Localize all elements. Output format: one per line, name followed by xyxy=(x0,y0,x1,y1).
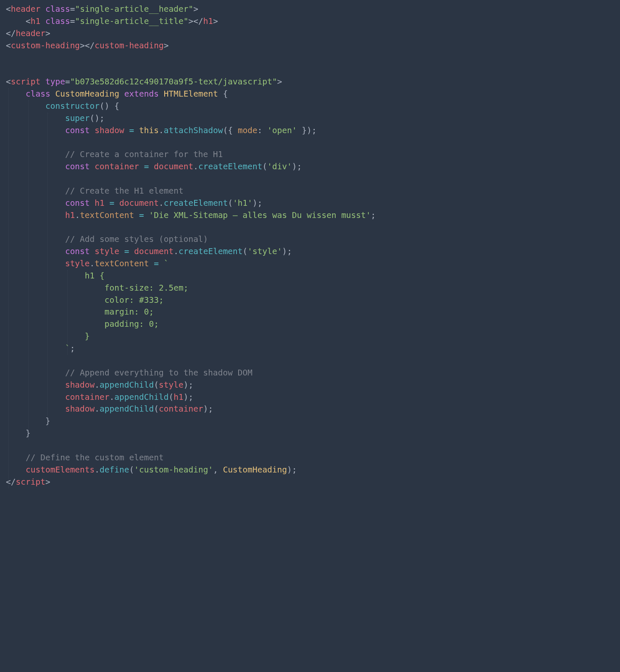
code-line[interactable]: } xyxy=(6,428,614,440)
code-token: // Define the custom element xyxy=(26,453,164,462)
code-token xyxy=(6,392,65,402)
code-line[interactable]: <script type="b073e582d6c12c490170a9f5-t… xyxy=(6,76,614,88)
code-token xyxy=(218,465,223,475)
code-token xyxy=(159,89,164,99)
code-line[interactable]: shadow.appendChild(container); xyxy=(6,403,614,415)
code-token xyxy=(90,162,95,171)
code-token: textContent xyxy=(80,210,134,220)
code-token xyxy=(6,247,65,256)
code-token xyxy=(119,89,124,99)
code-token xyxy=(6,186,65,196)
code-line[interactable] xyxy=(6,173,614,185)
code-token xyxy=(114,198,119,208)
code-token: } xyxy=(26,428,31,438)
code-line[interactable]: const style = document.createElement('st… xyxy=(6,246,614,258)
code-line[interactable]: font-size: 2.5em; xyxy=(6,282,614,294)
code-line[interactable]: h1.textContent = 'Die XML-Sitemap – alle… xyxy=(6,210,614,222)
code-token xyxy=(40,4,45,14)
code-token: // Create a container for the H1 xyxy=(65,150,223,159)
code-line[interactable]: // Define the custom element xyxy=(6,452,614,464)
code-token: ( xyxy=(263,162,268,171)
code-line[interactable]: `; xyxy=(6,343,614,355)
code-line[interactable]: // Create a container for the H1 xyxy=(6,149,614,161)
code-line[interactable]: super(); xyxy=(6,113,614,125)
code-token: </ xyxy=(193,16,203,26)
code-line[interactable]: <header class="single-article__header"> xyxy=(6,3,614,16)
code-line[interactable]: </script> xyxy=(6,476,614,488)
code-line[interactable]: // Create the H1 element xyxy=(6,185,614,197)
code-token xyxy=(218,89,223,99)
code-token: = xyxy=(144,162,149,171)
code-token: createElement xyxy=(179,247,243,256)
code-line[interactable]: class CustomHeading extends HTMLElement … xyxy=(6,88,614,100)
code-line[interactable]: h1 { xyxy=(6,270,614,282)
code-line[interactable]: color: #333; xyxy=(6,294,614,307)
code-token: ); xyxy=(292,162,302,171)
code-token: custom-heading xyxy=(95,41,163,50)
code-editor[interactable]: <header class="single-article__header"> … xyxy=(0,0,620,494)
code-token: define xyxy=(100,465,129,475)
code-token: : xyxy=(257,126,263,135)
code-line[interactable] xyxy=(6,64,614,76)
code-token: = xyxy=(70,4,75,14)
code-token: class xyxy=(45,4,70,14)
code-token: style xyxy=(95,247,119,256)
code-token: = xyxy=(124,247,129,256)
code-line[interactable]: const shadow = this.attachShadow({ mode:… xyxy=(6,125,614,137)
code-token: container xyxy=(159,404,203,414)
code-token: HTMLElement xyxy=(164,89,218,99)
code-line[interactable]: // Append everything to the shadow DOM xyxy=(6,367,614,379)
code-token xyxy=(6,416,45,426)
code-line[interactable]: const container = document.createElement… xyxy=(6,161,614,173)
code-token: shadow xyxy=(65,404,95,414)
code-token xyxy=(6,126,65,135)
code-line[interactable] xyxy=(6,355,614,367)
code-line[interactable] xyxy=(6,136,614,149)
code-token: . xyxy=(193,162,198,171)
code-token xyxy=(144,210,149,220)
code-token: margin: 0; xyxy=(6,307,154,317)
code-line[interactable]: const h1 = document.createElement('h1'); xyxy=(6,197,614,210)
code-token: () xyxy=(100,101,109,111)
code-token xyxy=(6,101,45,111)
code-line[interactable] xyxy=(6,52,614,64)
code-token: } xyxy=(297,126,307,135)
code-line[interactable] xyxy=(6,440,614,452)
code-line[interactable]: } xyxy=(6,331,614,343)
code-line[interactable]: <custom-heading></custom-heading> xyxy=(6,40,614,52)
code-line[interactable]: </header> xyxy=(6,28,614,40)
code-line[interactable]: margin: 0; xyxy=(6,306,614,318)
code-token xyxy=(134,210,139,220)
code-token: appendChild xyxy=(100,380,154,390)
code-token: . xyxy=(110,392,115,402)
code-line[interactable]: <h1 class="single-article__title"></h1> xyxy=(6,16,614,28)
code-token: ( xyxy=(129,465,134,475)
code-token: h1 xyxy=(203,16,213,26)
code-line[interactable]: shadow.appendChild(style); xyxy=(6,379,614,391)
code-line[interactable]: container.appendChild(h1); xyxy=(6,391,614,404)
code-token xyxy=(6,210,65,220)
code-line[interactable]: // Add some styles (optional) xyxy=(6,234,614,246)
code-token: textContent xyxy=(95,259,149,268)
code-token: 'div' xyxy=(267,162,292,171)
code-line[interactable]: padding: 0; xyxy=(6,318,614,331)
code-token: > xyxy=(45,29,50,38)
code-token: 'style' xyxy=(247,247,282,256)
code-token: ); xyxy=(203,404,213,414)
code-token: document xyxy=(154,162,193,171)
code-token: // Add some styles (optional) xyxy=(65,234,208,244)
code-token: ( xyxy=(154,380,159,390)
code-line[interactable]: customElements.define('custom-heading', … xyxy=(6,464,614,476)
code-token: ); xyxy=(287,465,297,475)
code-token: . xyxy=(159,198,164,208)
code-line[interactable] xyxy=(6,221,614,234)
code-token: style xyxy=(65,259,90,268)
code-line[interactable]: } xyxy=(6,415,614,428)
code-line[interactable]: constructor() { xyxy=(6,100,614,113)
code-token: shadow xyxy=(95,126,124,135)
code-line[interactable]: style.textContent = ` xyxy=(6,258,614,270)
code-token xyxy=(40,77,45,87)
code-token xyxy=(124,126,129,135)
code-token xyxy=(6,150,65,159)
code-token: this xyxy=(139,126,159,135)
